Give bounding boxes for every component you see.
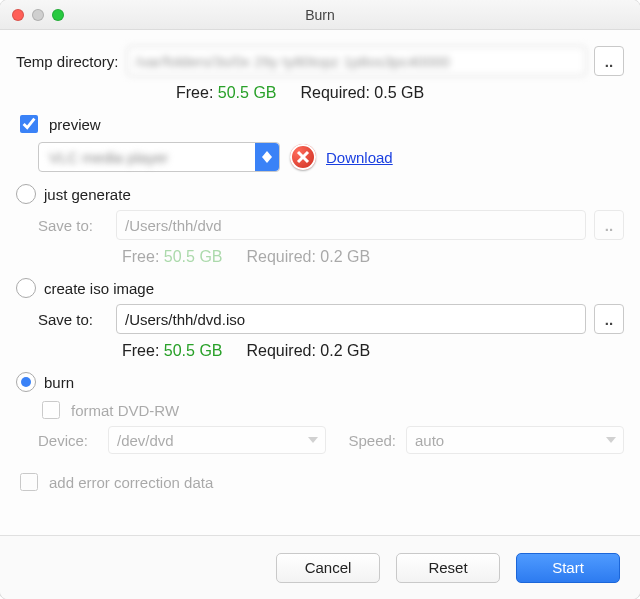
temp-directory-row: Temp directory: /var/folders/3s/0x 29y t… — [16, 46, 624, 76]
preview-player-value: VLC media player — [49, 149, 168, 166]
preview-checkbox[interactable] — [20, 115, 38, 133]
free-label: Free: — [176, 84, 213, 101]
preview-player-select[interactable]: VLC media player — [38, 142, 280, 172]
temp-directory-browse-button[interactable]: .. — [594, 46, 624, 76]
select-arrows-icon — [255, 143, 279, 171]
just-generate-radio-row: just generate — [16, 184, 624, 204]
error-icon — [290, 144, 316, 170]
iso-free-label: Free: — [122, 342, 159, 359]
jg-save-label: Save to: — [38, 217, 108, 234]
start-button[interactable]: Start — [516, 553, 620, 583]
preview-player-row: VLC media player Download — [16, 142, 624, 172]
error-correction-row: add error correction data — [16, 470, 624, 494]
format-dvd-rw-checkbox[interactable] — [42, 401, 60, 419]
device-label: Device: — [38, 432, 98, 449]
content: Temp directory: /var/folders/3s/0x 29y t… — [0, 30, 640, 535]
speed-value: auto — [415, 432, 444, 449]
error-correction-label: add error correction data — [49, 474, 213, 491]
burn-section: format DVD-RW Device: /dev/dvd Speed: au… — [16, 398, 624, 454]
speed-label: Speed: — [336, 432, 396, 449]
iso-required-value: 0.2 GB — [320, 342, 370, 359]
speed-combo[interactable]: auto — [406, 426, 624, 454]
iso-stats: Free: 50.5 GB Required: 0.2 GB — [16, 342, 624, 360]
jg-stats: Free: 50.5 GB Required: 0.2 GB — [16, 248, 624, 266]
device-value: /dev/dvd — [117, 432, 174, 449]
error-correction-checkbox[interactable] — [20, 473, 38, 491]
temp-directory-stats: Free: 50.5 GB Required: 0.5 GB — [16, 84, 624, 102]
jg-save-value: /Users/thh/dvd — [125, 217, 222, 234]
download-link[interactable]: Download — [326, 149, 393, 166]
create-iso-section: Save to: /Users/thh/dvd.iso .. Free: 50.… — [16, 304, 624, 360]
reset-button[interactable]: Reset — [396, 553, 500, 583]
create-iso-radio[interactable] — [16, 278, 36, 298]
preview-label: preview — [49, 116, 101, 133]
burn-radio-row: burn — [16, 372, 624, 392]
device-combo[interactable]: /dev/dvd — [108, 426, 326, 454]
preview-checkbox-row: preview — [16, 112, 624, 136]
cancel-button[interactable]: Cancel — [276, 553, 380, 583]
free-value: 50.5 GB — [218, 84, 277, 101]
create-iso-label: create iso image — [44, 280, 154, 297]
jg-save-input[interactable]: /Users/thh/dvd — [116, 210, 586, 240]
burn-radio[interactable] — [16, 372, 36, 392]
chevron-down-icon — [305, 432, 321, 448]
temp-directory-value: /var/folders/3s/0x 29y ty80topz 1p8os3pc… — [136, 53, 450, 70]
temp-directory-input[interactable]: /var/folders/3s/0x 29y ty80topz 1p8os3pc… — [127, 46, 586, 76]
iso-free-value: 50.5 GB — [164, 342, 223, 359]
temp-directory-label: Temp directory: — [16, 53, 119, 70]
jg-required-value: 0.2 GB — [320, 248, 370, 265]
create-iso-radio-row: create iso image — [16, 278, 624, 298]
iso-save-input[interactable]: /Users/thh/dvd.iso — [116, 304, 586, 334]
footer: Cancel Reset Start — [0, 535, 640, 599]
window-title: Burn — [0, 7, 640, 23]
burn-label: burn — [44, 374, 74, 391]
iso-browse-button[interactable]: .. — [594, 304, 624, 334]
iso-required-label: Required: — [247, 342, 316, 359]
iso-save-value: /Users/thh/dvd.iso — [125, 311, 245, 328]
just-generate-label: just generate — [44, 186, 131, 203]
chevron-down-icon — [603, 432, 619, 448]
format-dvd-rw-label: format DVD-RW — [71, 402, 179, 419]
required-label: Required: — [301, 84, 370, 101]
jg-free-value: 50.5 GB — [164, 248, 223, 265]
titlebar[interactable]: Burn — [0, 0, 640, 30]
burn-dialog: Burn Temp directory: /var/folders/3s/0x … — [0, 0, 640, 599]
jg-free-label: Free: — [122, 248, 159, 265]
jg-browse-button[interactable]: .. — [594, 210, 624, 240]
just-generate-section: Save to: /Users/thh/dvd .. Free: 50.5 GB… — [16, 210, 624, 266]
jg-required-label: Required: — [247, 248, 316, 265]
iso-save-label: Save to: — [38, 311, 108, 328]
required-value: 0.5 GB — [374, 84, 424, 101]
just-generate-radio[interactable] — [16, 184, 36, 204]
